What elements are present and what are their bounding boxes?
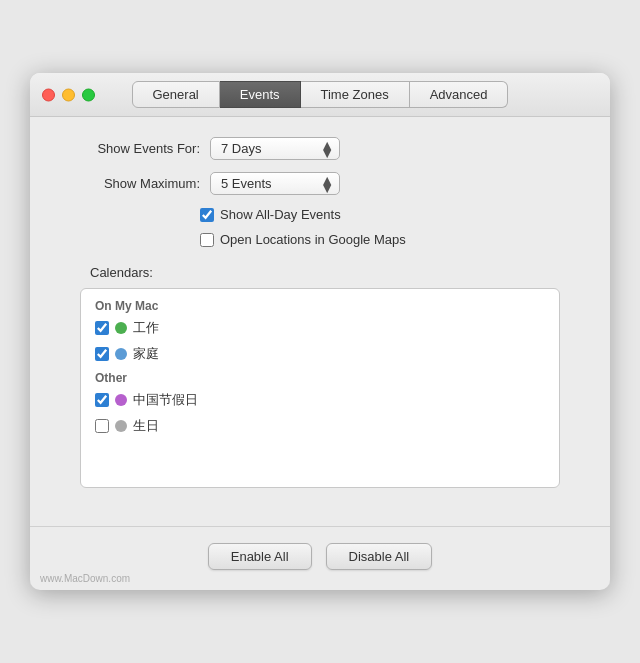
calendar-checkbox-home[interactable]	[95, 347, 109, 361]
calendars-box: On My Mac 工作 家庭 Other 中国节假日	[80, 288, 560, 488]
open-locations-label: Open Locations in Google Maps	[220, 232, 406, 247]
maximize-button[interactable]	[82, 88, 95, 101]
show-events-select[interactable]: 7 Days 1 Day 3 Days 14 Days 31 Days	[210, 137, 340, 160]
calendar-checkbox-work[interactable]	[95, 321, 109, 335]
calendar-item-home: 家庭	[95, 343, 545, 365]
calendar-dot-birthday	[115, 420, 127, 432]
calendar-name-birthday: 生日	[133, 417, 159, 435]
calendar-name-work: 工作	[133, 319, 159, 337]
group-other-label: Other	[95, 371, 545, 385]
calendar-item-holidays: 中国节假日	[95, 389, 545, 411]
calendar-dot-work	[115, 322, 127, 334]
close-button[interactable]	[42, 88, 55, 101]
show-all-day-label: Show All-Day Events	[220, 207, 341, 222]
tab-events[interactable]: Events	[220, 81, 301, 108]
disable-all-button[interactable]: Disable All	[326, 543, 433, 570]
show-all-day-checkbox[interactable]	[200, 208, 214, 222]
calendars-section: Calendars: On My Mac 工作 家庭 Other	[70, 265, 570, 488]
calendar-name-holidays: 中国节假日	[133, 391, 198, 409]
show-events-label: Show Events For:	[70, 141, 210, 156]
show-maximum-select-wrapper: 5 Events 3 Events 7 Events 10 Events ▲▼	[210, 172, 340, 195]
calendar-item-birthday: 生日	[95, 415, 545, 437]
calendars-heading: Calendars:	[90, 265, 570, 280]
calendar-dot-holidays	[115, 394, 127, 406]
calendar-name-home: 家庭	[133, 345, 159, 363]
show-all-day-row: Show All-Day Events	[200, 207, 570, 222]
calendar-dot-home	[115, 348, 127, 360]
content-area: Show Events For: 7 Days 1 Day 3 Days 14 …	[30, 117, 610, 512]
tab-bar: General Events Time Zones Advanced	[122, 81, 518, 108]
calendar-checkbox-birthday[interactable]	[95, 419, 109, 433]
show-events-select-wrapper: 7 Days 1 Day 3 Days 14 Days 31 Days ▲▼	[210, 137, 340, 160]
show-maximum-select[interactable]: 5 Events 3 Events 7 Events 10 Events	[210, 172, 340, 195]
watermark: www.MacDown.com	[40, 573, 130, 584]
preferences-window: General Events Time Zones Advanced Show …	[30, 73, 610, 590]
titlebar: General Events Time Zones Advanced	[30, 73, 610, 117]
open-locations-checkbox[interactable]	[200, 233, 214, 247]
open-locations-row: Open Locations in Google Maps	[200, 232, 570, 247]
show-maximum-row: Show Maximum: 5 Events 3 Events 7 Events…	[70, 172, 570, 195]
show-maximum-label: Show Maximum:	[70, 176, 210, 191]
enable-all-button[interactable]: Enable All	[208, 543, 312, 570]
group-on-my-mac-label: On My Mac	[95, 299, 545, 313]
tab-timezones[interactable]: Time Zones	[301, 81, 410, 108]
calendar-checkbox-holidays[interactable]	[95, 393, 109, 407]
traffic-lights	[42, 88, 95, 101]
tab-advanced[interactable]: Advanced	[410, 81, 509, 108]
tab-general[interactable]: General	[132, 81, 220, 108]
show-events-row: Show Events For: 7 Days 1 Day 3 Days 14 …	[70, 137, 570, 160]
minimize-button[interactable]	[62, 88, 75, 101]
calendar-item-work: 工作	[95, 317, 545, 339]
